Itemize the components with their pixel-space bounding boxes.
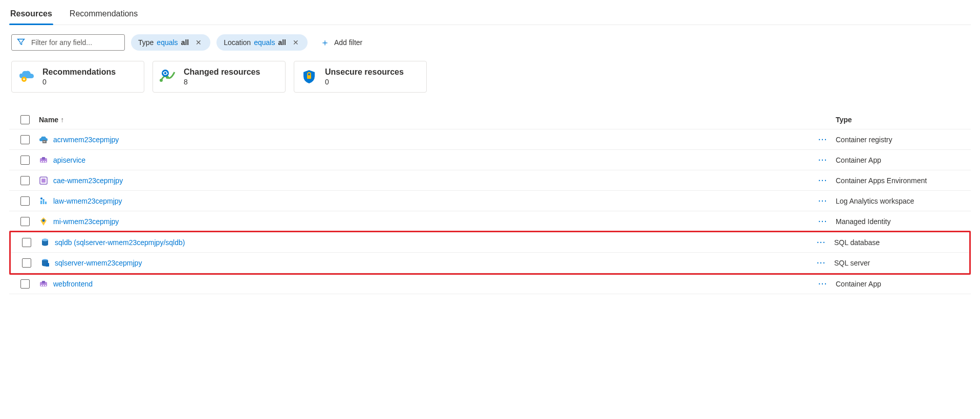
svg-point-4 [162,70,169,77]
acr-icon [39,135,48,144]
row-more-button[interactable]: ··· [810,280,836,288]
cloud-recommendation-icon [18,68,35,85]
row-checkbox[interactable] [20,217,30,226]
pill-key: Location [224,38,251,47]
svg-rect-5 [307,75,311,79]
filter-icon [17,38,25,48]
card-title: Unsecure resources [325,68,404,77]
resource-link[interactable]: apiservice [53,156,85,164]
resource-type: Container registry [836,136,969,144]
shield-icon [300,68,318,85]
pill-op: equals [254,38,275,47]
row-checkbox[interactable] [20,196,30,206]
row-checkbox[interactable] [20,279,30,289]
resource-link[interactable]: sqlserver-wmem23cepmjpy [55,259,142,267]
close-icon[interactable]: ✕ [194,38,203,47]
filter-pill-type[interactable]: Type equals all ✕ [131,34,210,51]
pill-op: equals [157,38,178,47]
filter-pill-location[interactable]: Location equals all ✕ [216,34,308,51]
svg-point-2 [160,79,163,82]
add-filter-label: Add filter [334,38,362,47]
table-row: mi-wmem23cepmjpy ··· Managed Identity [9,211,971,232]
column-header-name[interactable]: Name↑ [39,116,810,124]
row-more-button[interactable]: ··· [809,259,834,267]
table-header: Name↑ Type [9,110,971,129]
plus-icon: ＋ [321,38,329,47]
card-unsecure-resources[interactable]: Unsecure resources 0 [294,61,427,93]
resources-table: Name↑ Type acrwmem23cepmjpy ··· Containe… [9,110,971,294]
table-row: webfrontend ··· Container App [9,274,971,294]
row-more-button[interactable]: ··· [809,238,834,247]
resource-type: Container App [836,280,969,288]
row-more-button[interactable]: ··· [810,217,836,226]
resource-type: Container Apps Environment [836,177,969,185]
card-changed-resources[interactable]: Changed resources 8 [153,61,286,93]
row-checkbox[interactable] [22,238,31,247]
table-row: apiservice ··· Container App [9,150,971,170]
select-all-checkbox[interactable] [20,115,30,124]
filter-bar: Type equals all ✕ Location equals all ✕ … [9,25,971,55]
card-title: Recommendations [42,68,116,77]
card-recommendations[interactable]: Recommendations 0 [11,61,144,93]
resource-type: SQL database [834,238,967,247]
resource-type: Container App [836,156,969,164]
pill-value: all [181,38,189,47]
card-count: 0 [42,78,116,86]
column-header-type[interactable]: Type [836,116,969,124]
card-title: Changed resources [184,68,260,77]
table-row: law-wmem23cepmjpy ··· Log Analytics work… [9,191,971,211]
pill-value: all [278,38,286,47]
table-row: sqldb (sqlserver-wmem23cepmjpy/sqldb) ··… [11,232,969,253]
row-more-button[interactable]: ··· [810,136,836,144]
resource-link[interactable]: law-wmem23cepmjpy [53,197,122,205]
resource-type: Log Analytics workspace [836,197,969,205]
resource-link[interactable]: cae-wmem23cepmjpy [53,177,123,185]
capp-icon [39,156,48,165]
tab-resources[interactable]: Resources [9,5,53,25]
mi-icon [39,217,48,226]
svg-point-1 [23,78,25,80]
law-icon [39,196,48,206]
sort-asc-icon: ↑ [60,116,64,124]
capp-icon [39,279,48,289]
filter-input[interactable] [30,38,122,47]
tab-recommendations[interactable]: Recommendations [69,5,139,25]
resource-type: Managed Identity [836,217,969,226]
tabs: Resources Recommendations [9,0,971,25]
resource-type: SQL server [834,259,967,267]
row-more-button[interactable]: ··· [810,177,836,185]
row-more-button[interactable]: ··· [810,156,836,164]
row-checkbox[interactable] [20,176,30,185]
filter-input-wrapper[interactable] [11,34,125,51]
card-count: 8 [184,78,260,86]
add-filter-button[interactable]: ＋ Add filter [314,34,369,51]
row-checkbox[interactable] [22,258,31,268]
pill-key: Type [138,38,154,47]
changed-resources-icon [159,68,177,85]
table-row: cae-wmem23cepmjpy ··· Container Apps Env… [9,170,971,191]
resource-link[interactable]: webfrontend [53,280,93,288]
close-icon[interactable]: ✕ [291,38,300,47]
summary-cards: Recommendations 0 Changed resources 8 [9,55,971,96]
sqlsrv-icon [40,258,50,268]
table-row: acrwmem23cepmjpy ··· Container registry [9,129,971,150]
highlight-box: sqldb (sqlserver-wmem23cepmjpy/sqldb) ··… [9,231,971,275]
cae-icon [39,176,48,185]
resource-link[interactable]: mi-wmem23cepmjpy [53,217,119,226]
row-checkbox[interactable] [20,156,30,165]
sqldb-icon [40,238,50,247]
row-more-button[interactable]: ··· [810,197,836,205]
table-row: sqlserver-wmem23cepmjpy ··· SQL server [11,253,969,273]
card-count: 0 [325,78,404,86]
row-checkbox[interactable] [20,135,30,144]
resource-link[interactable]: sqldb (sqlserver-wmem23cepmjpy/sqldb) [55,238,185,247]
resource-link[interactable]: acrwmem23cepmjpy [53,136,119,144]
